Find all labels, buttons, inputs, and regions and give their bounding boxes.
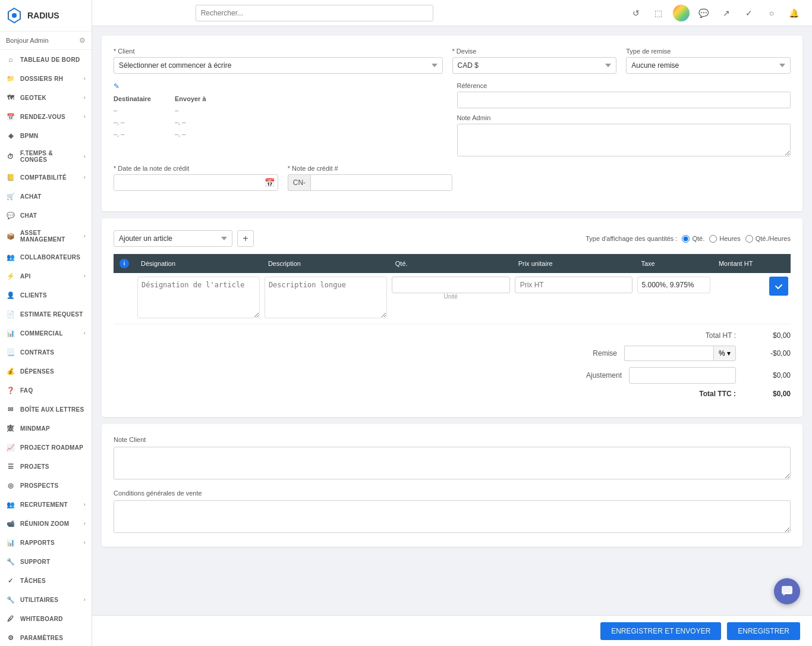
sidebar-item-bpmn[interactable]: ◈ BPMN: [0, 126, 92, 145]
conditions-textarea[interactable]: [114, 500, 791, 533]
sidebar-item-boite-aux-lettres[interactable]: ✉ BOÎTE AUX LETTRES: [0, 400, 92, 419]
sidebar-item-contrats[interactable]: 📃 CONTRATS: [0, 343, 92, 362]
clock-icon[interactable]: ○: [763, 5, 780, 21]
cn-prefix: CN-: [288, 174, 310, 191]
sidebar-item-geotek[interactable]: 🗺 GEOTEK ›: [0, 88, 92, 107]
sidebar-label-tableau-de-bord: TABLEAU DE BORD: [20, 57, 80, 63]
sidebar-item-parametres[interactable]: ⚙ PARAMÈTRES: [0, 628, 92, 646]
sidebar-item-projets[interactable]: ☰ PROJETS: [0, 457, 92, 476]
sidebar-item-dossiers-rh[interactable]: 📁 DOSSIERS RH ›: [0, 69, 92, 88]
sidebar-item-rapports[interactable]: 📊 RAPPORTS ›: [0, 533, 92, 552]
sidebar-item-collaborateurs[interactable]: 👥 COLLABORATEURS: [0, 247, 92, 266]
client-label: * Client: [114, 48, 443, 55]
designation-input[interactable]: [137, 277, 260, 318]
qty-radio-qte-heures[interactable]: Qté./Heures: [745, 235, 791, 243]
add-item-button[interactable]: +: [237, 230, 254, 247]
sidebar-label-comptabilite: COMPTABILITÉ: [20, 174, 67, 181]
ajustement-input[interactable]: 0: [629, 367, 736, 384]
sidebar-item-mindmap[interactable]: 🕸 MINDMAP: [0, 419, 92, 438]
sidebar-item-whiteboard[interactable]: 🖊 WHITEBOARD: [0, 609, 92, 628]
topnav: ↺ ⬚ 💬 ↗ ✓ ○ 🔔: [92, 0, 812, 26]
devise-select[interactable]: CAD $: [452, 57, 617, 74]
whiteboard-icon: 🖊: [6, 614, 15, 623]
qty-input[interactable]: 1: [392, 277, 510, 293]
tax-select[interactable]: 5.000%, 9.975%: [637, 277, 710, 293]
table-header-description: Description: [262, 254, 389, 273]
description-input[interactable]: [265, 277, 387, 318]
qty-type-controls: Type d'affichage des quantités : Qté. He…: [586, 235, 791, 243]
conditions-label: Conditions générales de vente: [114, 490, 791, 497]
chevron-icon: ›: [84, 273, 86, 279]
sidebar-item-rendez-vous[interactable]: 📅 RENDEZ-VOUS ›: [0, 107, 92, 126]
sidebar-label-whiteboard: WHITEBOARD: [20, 616, 63, 622]
folder-icon: 📁: [6, 74, 15, 83]
sidebar-label-mindmap: MINDMAP: [20, 425, 50, 432]
note-credit-input[interactable]: 000001: [310, 174, 452, 191]
enregistrer-button[interactable]: ENREGISTRER: [727, 622, 800, 640]
date-input[interactable]: 2022-11-25: [114, 174, 278, 191]
enregistrer-envoyer-button[interactable]: ENREGISTRER ET ENVOYER: [600, 622, 721, 640]
sidebar-item-project-roadmap[interactable]: 📈 PROJECT ROADMAP: [0, 438, 92, 457]
sidebar-item-comptabilite[interactable]: 📒 COMPTABILITÉ ›: [0, 168, 92, 187]
sidebar-item-faq[interactable]: ❓ FAQ: [0, 381, 92, 400]
edit-address-icon[interactable]: ✎: [114, 82, 119, 90]
reference-input[interactable]: [457, 92, 791, 108]
sidebar-item-support[interactable]: 🔧 SUPPORT: [0, 552, 92, 571]
sidebar-item-taches[interactable]: ✓ TÂCHES: [0, 571, 92, 590]
price-input[interactable]: [515, 277, 633, 293]
camera-icon[interactable]: ⬚: [650, 5, 667, 21]
sidebar-item-api[interactable]: ⚡ API ›: [0, 266, 92, 286]
item-controls: Ajouter un article + Type d'affichage de…: [114, 230, 791, 247]
info-icon: i: [119, 259, 129, 268]
sidebar-label-taches: TÂCHES: [20, 578, 46, 584]
sidebar-item-chat[interactable]: 💬 CHAT: [0, 206, 92, 225]
ajustement-total-value: $0,00: [743, 371, 791, 380]
sidebar-label-prospects: PROSPECTS: [20, 482, 58, 489]
sidebar-label-support: SUPPORT: [20, 559, 50, 565]
sidebar-item-estimate-request[interactable]: 📄 ESTIMATE REQUEST: [0, 305, 92, 324]
table-header-designation: Désignation: [135, 254, 262, 273]
cart-icon: 🛒: [6, 192, 15, 201]
chat-bubble-button[interactable]: [774, 578, 800, 604]
client-select[interactable]: Sélectionner et commencer à écrire: [114, 57, 443, 74]
destinataire-address: – –, – –, –: [114, 105, 151, 140]
sidebar-item-utilitaires[interactable]: 🔧 UTILITAIRES ›: [0, 590, 92, 609]
sidebar-item-tableau-de-bord[interactable]: ⌂ TABLEAU DE BORD: [0, 50, 92, 69]
sidebar-item-commercial[interactable]: 📊 COMMERCIAL ›: [0, 324, 92, 343]
remise-pct-button[interactable]: % ▾: [713, 346, 736, 361]
history-icon[interactable]: ↺: [628, 5, 644, 21]
sidebar-label-chat: CHAT: [20, 212, 37, 219]
add-article-select[interactable]: Ajouter un article: [114, 230, 232, 247]
svg-point-1: [12, 13, 17, 18]
search-input[interactable]: [196, 5, 433, 21]
qty-radio-heures[interactable]: Heures: [709, 235, 740, 243]
qty-radio-qte[interactable]: Qté.: [682, 235, 704, 243]
avatar[interactable]: [673, 5, 690, 21]
sidebar-item-prospects[interactable]: ◎ PROSPECTS: [0, 476, 92, 495]
api-icon: ⚡: [6, 271, 15, 281]
share-icon[interactable]: ↗: [718, 5, 735, 21]
person-icon: 👤: [6, 290, 15, 300]
sidebar-item-achat[interactable]: 🛒 ACHAT: [0, 187, 92, 206]
sidebar-item-recrutement[interactable]: 👥 RECRUTEMENT ›: [0, 495, 92, 514]
note-admin-textarea[interactable]: [457, 124, 791, 156]
bell-icon[interactable]: 🔔: [786, 5, 802, 21]
sidebar-item-f-temps-conges[interactable]: ⏱ F.TEMPS & CONGÉS ›: [0, 145, 92, 168]
validate-button[interactable]: [769, 277, 788, 296]
bar-chart-icon: 📊: [6, 538, 15, 547]
items-section: Ajouter un article + Type d'affichage de…: [102, 218, 802, 417]
sidebar-item-depenses[interactable]: 💰 DÉPENSES: [0, 362, 92, 381]
chevron-icon: ›: [84, 233, 86, 239]
message-icon[interactable]: 💬: [695, 5, 712, 21]
type-remise-select[interactable]: Aucune remise: [626, 57, 791, 74]
sidebar-item-clients[interactable]: 👤 CLIENTS: [0, 286, 92, 305]
sidebar-item-reunion-zoom[interactable]: 📹 RÉUNION ZOOM ›: [0, 514, 92, 533]
remise-input[interactable]: 0: [624, 346, 713, 361]
sidebar-label-rapports: RAPPORTS: [20, 540, 55, 546]
check-icon[interactable]: ✓: [741, 5, 757, 21]
chart-icon: 📊: [6, 328, 15, 338]
note-client-textarea[interactable]: [114, 447, 791, 479]
user-settings-icon[interactable]: ⚙: [79, 36, 86, 45]
calendar-icon[interactable]: 📅: [265, 178, 275, 187]
sidebar-item-asset-management[interactable]: 📦 ASSET MANAGEMENT ›: [0, 225, 92, 247]
